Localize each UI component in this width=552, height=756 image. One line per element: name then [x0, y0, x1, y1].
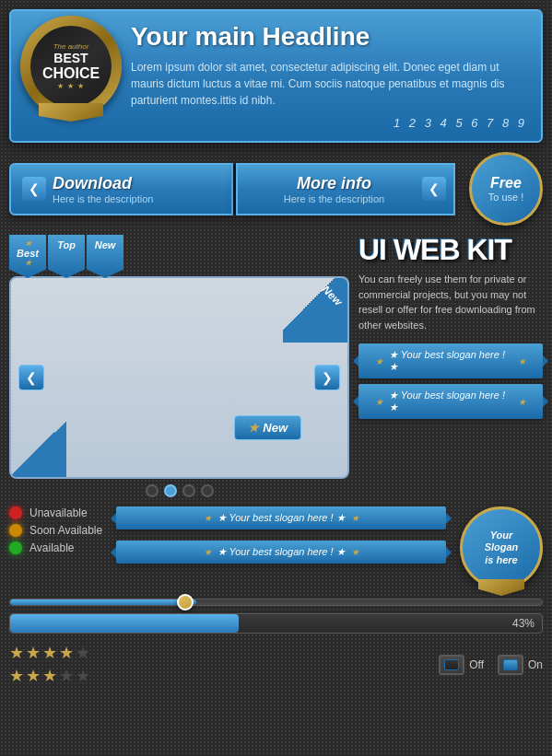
- buttons-row: ❮ Download Here is the description More …: [9, 152, 543, 226]
- progress-section: 43%: [9, 599, 543, 634]
- tag-top: Top: [48, 235, 85, 278]
- toggle-on-inner: [503, 659, 518, 670]
- slider-fill: [10, 599, 196, 605]
- carousel-prev-button[interactable]: ❮: [18, 365, 44, 390]
- badge-inner: The author BEST CHOICE ★ ★ ★: [30, 26, 112, 107]
- slogan-text-2: ★ Your best slogan here ! ★: [389, 390, 512, 413]
- status-slogan-left-notch-2: [111, 547, 116, 558]
- slogan-text-1: ★ Your best slogan here ! ★: [389, 349, 512, 373]
- status-slogan-text-2: ★ Your best slogan here ! ★: [217, 546, 346, 558]
- star-2-5[interactable]: ★: [76, 666, 90, 686]
- status-dot-red: [9, 506, 22, 519]
- moreinfo-button[interactable]: More info Here is the description ❮: [236, 163, 455, 215]
- slider-row: [9, 599, 543, 606]
- header-section: The author BEST CHOICE ★ ★ ★ Your main H…: [9, 9, 543, 143]
- carousel-next-button[interactable]: ❯: [314, 365, 340, 390]
- carousel-dot-4[interactable]: [201, 484, 214, 497]
- stars-row-1: ★ ★ ★ ★ ★: [9, 643, 90, 663]
- tag-new: New: [87, 235, 123, 278]
- badge-slogan-line3: is here: [485, 554, 517, 566]
- status-slogan-ribbon-2[interactable]: ★ Your best slogan here ! ★: [116, 541, 446, 564]
- tag-star-bottom: ★: [17, 259, 39, 267]
- badge-outer: The author BEST CHOICE ★ ★ ★: [20, 16, 122, 117]
- badge-best-text: BEST: [53, 52, 88, 65]
- slogan-right-notch-2: [543, 396, 548, 407]
- star-2-4[interactable]: ★: [59, 666, 74, 686]
- new-badge: ★New: [234, 415, 301, 440]
- toggle-on-item: On: [498, 655, 543, 675]
- badge-slogan-line1: Your: [490, 529, 513, 541]
- moreinfo-label: More info: [252, 174, 417, 193]
- right-panel: UI WEB KIT You can freely use them for p…: [358, 235, 543, 497]
- status-item-unavailable: Unavailable: [9, 506, 102, 519]
- download-button[interactable]: ❮ Download Here is the description: [9, 163, 233, 215]
- carousel-dot-2[interactable]: [164, 484, 177, 497]
- badge-stars: ★ ★ ★: [57, 82, 85, 90]
- status-slogan-ribbon-1[interactable]: ★ Your best slogan here ! ★: [116, 506, 446, 529]
- toggle-off-item: Off: [439, 655, 484, 675]
- slogan-ribbon-1[interactable]: ★ Your best slogan here ! ★: [358, 343, 543, 378]
- carousel-dots: [9, 484, 349, 497]
- toggle-on-box[interactable]: [498, 655, 523, 675]
- slogan-ribbons-col: ★ Your best slogan here ! ★ ★ Your best …: [116, 506, 446, 569]
- slider-thumb[interactable]: [177, 594, 194, 611]
- star-2-3[interactable]: ★: [42, 666, 57, 686]
- new-badge-star: ★: [248, 421, 259, 435]
- status-slogan-right-notch-1: [446, 513, 452, 524]
- status-label-soon: Soon Available: [29, 524, 102, 537]
- tag-best: ★ Best ★: [9, 235, 46, 278]
- status-slogan-left-notch-1: [111, 513, 116, 524]
- header-pagination: 1 2 3 4 5 6 7 8 9: [131, 116, 527, 130]
- your-slogan-badge: Your Slogan is here: [460, 506, 543, 589]
- badge-slogan-ribbon: [478, 579, 524, 596]
- progress-bar-fill: [10, 614, 239, 633]
- moreinfo-desc: Here is the description: [252, 193, 417, 204]
- status-dot-green: [9, 541, 22, 554]
- slogan-left-notch-1: [353, 355, 358, 366]
- status-label-available: Available: [29, 541, 74, 554]
- carousel-tags: ★ Best ★ Top New: [9, 235, 349, 278]
- badge-container: The author BEST CHOICE ★ ★ ★: [20, 16, 122, 117]
- slider-track[interactable]: [9, 599, 543, 606]
- toggle-off-box[interactable]: [439, 655, 464, 675]
- carousel-dot-3[interactable]: [182, 484, 195, 497]
- status-label-unavailable: Unavailable: [29, 506, 88, 519]
- star-1-4[interactable]: ★: [59, 643, 74, 663]
- star-1-2[interactable]: ★: [26, 643, 41, 663]
- corner-new-text: New: [320, 283, 345, 308]
- star-1-1[interactable]: ★: [9, 643, 24, 663]
- status-slogan-right-notch-2: [446, 547, 452, 558]
- header-description: Lorem ipsum dolor sit amet, consectetur …: [131, 59, 527, 109]
- star-1-5[interactable]: ★: [76, 643, 90, 663]
- carousel-corner-fold: [11, 422, 66, 477]
- status-item-available: Available: [9, 541, 102, 554]
- tag-star: ★: [17, 239, 39, 248]
- status-dot-yellow: [9, 524, 22, 537]
- bottom-row: ★ ★ ★ ★ ★ ★ ★ ★ ★ ★ Off On: [9, 643, 543, 686]
- toggle-on-label: On: [528, 658, 543, 671]
- carousel-area: ★ Best ★ Top New New ❮ ❯ ★New Best: [9, 235, 349, 497]
- slogan-left-notch-2: [353, 396, 358, 407]
- slogan-ribbon-2[interactable]: ★ Your best slogan here ! ★: [358, 384, 543, 419]
- status-item-soon: Soon Available: [9, 524, 102, 537]
- stars-row-2: ★ ★ ★ ★ ★: [9, 666, 90, 686]
- star-2-2[interactable]: ★: [26, 666, 41, 686]
- toggle-off-label: Off: [469, 658, 484, 671]
- header-title: Your main Headline: [131, 22, 527, 52]
- star-1-3[interactable]: ★: [42, 643, 57, 663]
- middle-section: ★ Best ★ Top New New ❮ ❯ ★New Best: [9, 235, 543, 497]
- carousel-dot-1[interactable]: [146, 484, 159, 497]
- free-top-text: Free: [490, 175, 522, 192]
- carousel-box: New ❮ ❯ ★New Best: [9, 276, 349, 479]
- toggle-off-inner: [444, 659, 459, 670]
- star-2-1[interactable]: ★: [9, 666, 24, 686]
- status-list: Unavailable Soon Available Available: [9, 506, 102, 554]
- download-desc: Here is the description: [53, 193, 217, 204]
- stars-section: ★ ★ ★ ★ ★ ★ ★ ★ ★ ★: [9, 643, 90, 686]
- toggles-section: Off On: [439, 655, 543, 675]
- progress-bar-container: 43%: [9, 613, 543, 634]
- carousel-corner-new: New: [283, 278, 347, 343]
- free-badge: Free To use !: [469, 152, 543, 226]
- ui-webkit-desc: You can freely use them for private or c…: [358, 272, 543, 332]
- progress-bar-label: 43%: [512, 617, 534, 630]
